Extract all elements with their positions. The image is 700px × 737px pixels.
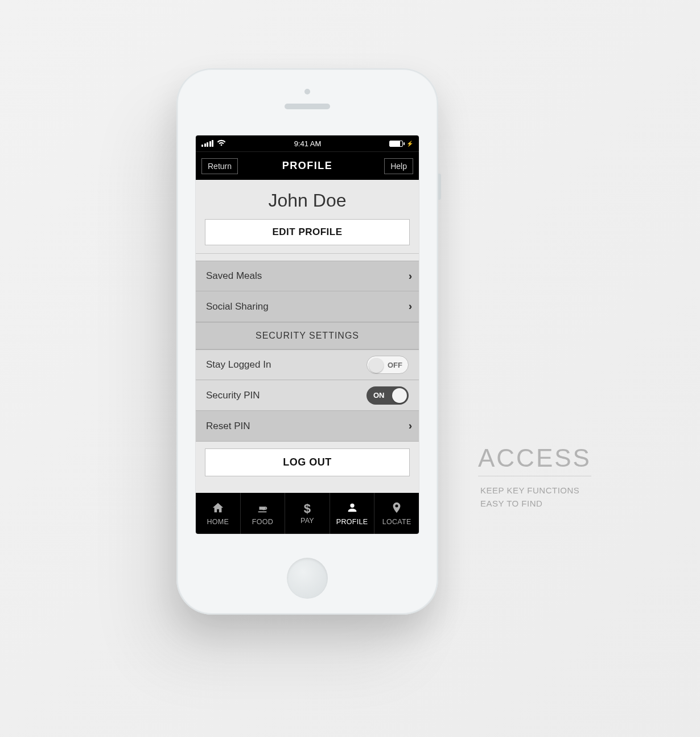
callout-text: ACCESS KEEP KEY FUNCTIONS EASY TO FIND [478,444,591,510]
charging-icon: ⚡ [406,141,413,147]
tab-pay[interactable]: $ PAY [285,493,330,534]
phone-mockup: 9:41 AM ⚡ Return PROFILE Help John Doe E… [176,68,438,615]
status-right: ⚡ [389,141,413,147]
wifi-icon [217,139,226,148]
row-social-sharing[interactable]: Social Sharing ›› [196,291,419,322]
toggle-stay-logged-in[interactable]: OFF [367,356,409,374]
edit-profile-button[interactable]: EDIT PROFILE [205,219,410,245]
tab-locate[interactable]: LOCATE [374,493,419,534]
row-stay-logged-in: Stay Logged In OFF [196,349,419,380]
toggle-security-pin[interactable]: ON [367,386,409,405]
tab-label: FOOD [252,518,273,526]
callout-title: ACCESS [478,444,591,476]
callout-line1: KEEP KEY FUNCTIONS [478,484,591,497]
row-label: Stay Logged In [206,359,271,370]
profile-header: John Doe EDIT PROFILE [196,180,419,254]
toggle-off-label: OFF [388,361,402,369]
dollar-icon: $ [304,503,311,515]
row-security-pin: Security PIN ON [196,380,419,411]
pin-icon [390,501,403,516]
tab-food[interactable]: FOOD [241,493,286,534]
tab-label: HOME [207,518,229,526]
tab-profile[interactable]: PROFILE [330,493,375,534]
row-label: Security PIN [206,390,260,401]
row-label: Reset PIN [206,421,250,432]
phone-side-button [438,174,441,200]
tab-label: PROFILE [336,518,368,526]
logout-section: LOG OUT [196,442,419,482]
logout-button[interactable]: LOG OUT [205,448,410,476]
signal-icon [201,140,213,147]
tab-home[interactable]: HOME [196,493,241,534]
return-button[interactable]: Return [201,158,238,174]
toggle-on-label: ON [373,391,385,400]
row-saved-meals[interactable]: Saved Meals ›› [196,261,419,291]
status-bar: 9:41 AM ⚡ [196,135,419,151]
row-reset-pin[interactable]: Reset PIN ›› [196,411,419,442]
section-header-security: SECURITY SETTINGS [196,322,419,349]
tab-label: LOCATE [382,518,411,526]
callout-line2: EASY TO FIND [478,497,591,510]
phone-camera [304,89,310,94]
status-left [201,139,226,148]
person-icon [346,501,359,516]
toggle-knob [369,358,384,373]
app-screen: 9:41 AM ⚡ Return PROFILE Help John Doe E… [196,135,419,534]
phone-home-button [287,558,328,599]
tab-bar: HOME FOOD $ PAY PROFILE [196,493,419,534]
toggle-knob [392,388,407,403]
nav-bar: Return PROFILE Help [196,151,419,180]
tab-label: PAY [300,517,314,525]
home-icon [212,501,224,516]
row-label: Saved Meals [206,270,262,282]
status-time: 9:41 AM [226,139,389,148]
row-label: Social Sharing [206,301,269,312]
phone-speaker [285,104,330,109]
battery-icon [389,141,403,147]
help-button[interactable]: Help [384,158,413,174]
coffee-icon [256,501,269,516]
profile-name: John Doe [205,190,410,211]
